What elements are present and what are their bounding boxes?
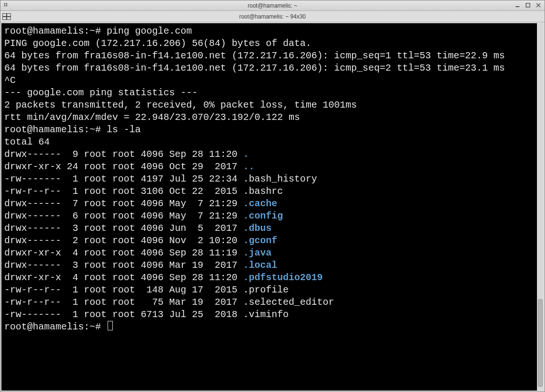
- ls-meta: -rw-r--r-- 1 root root 3106 Oct 22 2015: [4, 186, 243, 197]
- ls-file-name: .profile: [243, 284, 289, 295]
- ls-meta: -rw-r--r-- 1 root root 75 Mar 19 2017: [4, 297, 243, 308]
- ls-dir-name: .pdfstudio2019: [243, 272, 323, 283]
- terminal-window: root@hamamelis: ~ root@h: [0, 0, 545, 392]
- svg-rect-6: [3, 13, 7, 16]
- svg-rect-5: [526, 3, 530, 7]
- window-title: root@hamamelis: ~: [0, 2, 545, 9]
- svg-point-0: [4, 3, 6, 4]
- ls-meta: -rw------- 1 root root 4197 Jul 25 22:34: [4, 173, 243, 184]
- ls-dir-name: ..: [243, 161, 254, 172]
- ls-meta: drwx------ 7 root root 4096 May 7 21:29: [4, 198, 243, 209]
- svg-rect-4: [516, 6, 519, 7]
- ls-dir-name: .java: [243, 247, 272, 258]
- ls-dir-name: .: [243, 149, 249, 160]
- ls-meta: -rw-r--r-- 1 root root 148 Aug 17 2015: [4, 284, 243, 295]
- ls-file-name: .viminfo: [243, 309, 289, 320]
- ls-meta: drwx------ 3 root root 4096 Jun 5 2017: [4, 223, 243, 234]
- ls-dir-name: .dbus: [243, 223, 272, 234]
- titlebar: root@hamamelis: ~: [0, 0, 545, 11]
- svg-point-1: [6, 3, 8, 4]
- terminal-container: root@hamamelis:~# ping google.comPING go…: [0, 22, 545, 392]
- ls-file-name: .selected_editor: [243, 297, 334, 308]
- session-subtitle: root@hamamelis: ~ 94x30: [0, 13, 545, 20]
- svg-rect-8: [3, 17, 7, 19]
- prompt: root@hamamelis:~#: [4, 26, 107, 36]
- minimize-button[interactable]: [515, 2, 520, 9]
- ls-dir-name: .config: [243, 210, 283, 221]
- ls-file-name: .bashrc: [243, 186, 283, 197]
- command: ping google.com: [107, 26, 192, 36]
- svg-point-2: [4, 5, 6, 6]
- cursor: [108, 321, 113, 330]
- terminal-output[interactable]: root@hamamelis:~# ping google.comPING go…: [1, 23, 537, 391]
- session-grid-icon[interactable]: [2, 13, 11, 20]
- svg-rect-9: [7, 17, 11, 19]
- ls-meta: drwxr-xr-x 24 root root 4096 Oct 29 2017: [4, 161, 243, 172]
- ls-file-name: .bash_history: [243, 173, 317, 184]
- close-button[interactable]: [536, 2, 541, 9]
- ls-meta: -rw------- 1 root root 6713 Jul 25 2018: [4, 309, 243, 320]
- window-menu-icon[interactable]: [3, 2, 10, 9]
- ls-meta: drwxr-xr-x 4 root root 4096 Sep 28 11:20: [4, 272, 243, 283]
- ls-meta: drwx------ 6 root root 4096 May 7 21:29: [4, 210, 243, 221]
- prompt: root@hamamelis:~#: [4, 321, 107, 332]
- ls-dir-name: .local: [243, 260, 277, 271]
- ls-dir-name: .gconf: [243, 235, 277, 246]
- ls-meta: drwxr-xr-x 4 root root 4096 Sep 28 11:19: [4, 247, 243, 258]
- ls-meta: drwx------ 2 root root 4096 Nov 2 10:20: [4, 235, 243, 246]
- svg-rect-7: [7, 13, 11, 16]
- svg-point-3: [6, 5, 8, 6]
- command: ls -la: [107, 124, 141, 135]
- scrollbar[interactable]: [537, 23, 544, 391]
- ls-meta: drwx------ 9 root root 4096 Sep 28 11:20: [4, 149, 243, 160]
- ls-meta: drwx------ 3 root root 4096 Mar 19 2017: [4, 260, 243, 271]
- ls-dir-name: .cache: [243, 198, 277, 209]
- prompt: root@hamamelis:~#: [4, 124, 107, 135]
- scrollbar-thumb[interactable]: [538, 299, 543, 387]
- toolbar: root@hamamelis: ~ 94x30: [0, 11, 545, 22]
- maximize-button[interactable]: [526, 2, 530, 9]
